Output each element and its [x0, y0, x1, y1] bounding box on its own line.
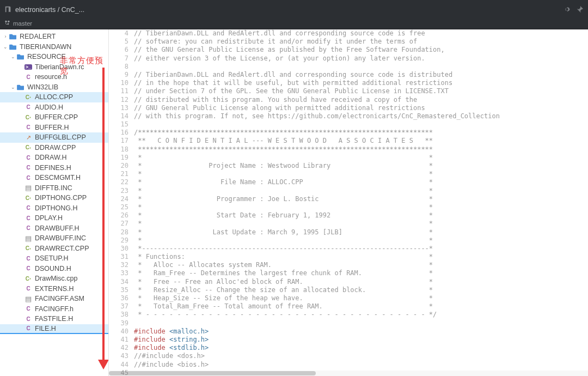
- tree-file[interactable]: ▤DRAWBUFF.INC: [0, 233, 108, 244]
- tree-file[interactable]: CDEFINES.H: [0, 163, 108, 173]
- tree-file[interactable]: CFACINGFF.h: [0, 304, 108, 314]
- tree-file[interactable]: ↗BUFFGLBL.CPP: [0, 132, 108, 143]
- tree-file[interactable]: C+BUFFER.CPP: [0, 112, 108, 123]
- code-line[interactable]: // GNU General Public License along with…: [134, 104, 583, 112]
- tree-file[interactable]: CDSETUP.H: [0, 253, 108, 264]
- tree-folder[interactable]: ›REDALERT: [0, 32, 108, 42]
- line-number: 7: [109, 54, 128, 63]
- line-number: 4: [109, 29, 128, 38]
- code-line[interactable]: * Total_Ram_Free -- Total amount of free…: [134, 302, 583, 311]
- tree-file[interactable]: C+DIPTHONG.CPP: [0, 193, 108, 203]
- code-line[interactable]: //#include <dos.h>: [134, 352, 583, 360]
- tree-file[interactable]: CFILE.H: [0, 324, 108, 335]
- tree-file[interactable]: ▤FACINGFF.ASM: [0, 294, 108, 304]
- code-line[interactable]: * Resize_Alloc -- Change the size of an …: [134, 286, 583, 294]
- tree-label: BUFFGLBL.CPP: [35, 134, 86, 141]
- code-line[interactable]: * *: [134, 220, 583, 228]
- tree-label: DrawMisc.cpp: [35, 275, 78, 282]
- code-editor[interactable]: 4567891011121314151617181920212223242526…: [109, 29, 588, 376]
- code-line[interactable]: ****************************************…: [134, 145, 583, 154]
- tree-file[interactable]: C+ALLOC.CPP: [0, 92, 108, 102]
- code-line[interactable]: * Heap_Size -- Size of the heap we have.…: [134, 294, 583, 302]
- code-line[interactable]: * *: [134, 154, 583, 162]
- code-line[interactable]: /***************************************…: [134, 129, 583, 137]
- tree-file[interactable]: CDIPTHONG.H: [0, 203, 108, 214]
- code-line[interactable]: * *: [134, 236, 583, 245]
- tree-label: TiberianDawn.rc: [35, 63, 84, 71]
- tree-label: DIPTHONG.H: [35, 204, 77, 212]
- line-number: 34: [109, 278, 128, 286]
- code-line[interactable]: [134, 63, 583, 71]
- code-line[interactable]: * Functions: *: [134, 253, 583, 261]
- code-line[interactable]: // either version 3 of the License, or (…: [134, 54, 583, 63]
- twist-icon[interactable]: ›: [2, 34, 9, 39]
- code-line[interactable]: // the GNU General Public License as pub…: [134, 46, 583, 54]
- code-line[interactable]: //#include <bios.h>: [134, 361, 583, 369]
- code-line[interactable]: // under Section 7 of the GPL. See the G…: [134, 87, 583, 95]
- code-line[interactable]: * Ram_Free -- Determines the largest fre…: [134, 269, 583, 277]
- tree-file[interactable]: C+DrawMisc.cpp: [0, 274, 108, 284]
- code-line[interactable]: * File Name : ALLOC.CPP *: [134, 178, 583, 186]
- code-line[interactable]: * *: [134, 203, 583, 211]
- code-line[interactable]: // distributed with this program. You sh…: [134, 96, 583, 104]
- tree-folder[interactable]: ⌄WIN32LIB: [0, 82, 108, 93]
- code-line[interactable]: * Alloc -- Allocates system RAM. *: [134, 261, 583, 269]
- code-line[interactable]: * *: [134, 170, 583, 178]
- code-line[interactable]: * Programmer : Joe L. Bostic *: [134, 195, 583, 203]
- code-line[interactable]: * Project Name : Westwood Library *: [134, 162, 583, 170]
- twist-icon[interactable]: ⌄: [2, 44, 9, 50]
- tree-file[interactable]: CDRAWBUFF.H: [0, 223, 108, 234]
- code-line[interactable]: // with this program. If not, see https:…: [134, 112, 583, 120]
- code-line[interactable]: // software: you can redistribute it and…: [134, 38, 583, 46]
- line-number: 29: [109, 236, 128, 245]
- twist-icon[interactable]: ⌄: [10, 54, 16, 59]
- tree-file[interactable]: CFASTFILE.H: [0, 314, 108, 324]
- branch-bar[interactable]: master: [0, 20, 588, 29]
- tree-file[interactable]: ▤DIFFTB.INC: [0, 183, 108, 193]
- tree-file[interactable]: C+DDRAW.CPP: [0, 143, 108, 153]
- code-line[interactable]: #include <malloc.h>: [134, 328, 583, 336]
- code-line[interactable]: // TiberianDawn.DLL and RedAlert.dll and…: [134, 71, 583, 79]
- twist-icon[interactable]: ⌄: [10, 84, 16, 90]
- code-line[interactable]: #include <string.h>: [134, 336, 583, 344]
- code-line[interactable]: * - - - - - - - - - - - - - - - - - - - …: [134, 311, 583, 319]
- tree-file[interactable]: C+DRAWRECT.CPP: [0, 244, 108, 254]
- c-header-icon: C: [24, 103, 33, 112]
- code-line[interactable]: * Free -- Free an Alloc'ed block of RAM.…: [134, 278, 583, 286]
- tree-file[interactable]: CEXTERNS.H: [0, 284, 108, 294]
- tree-label: EXTERNS.H: [35, 285, 74, 293]
- tree-file[interactable]: CBUFFER.H: [0, 123, 108, 133]
- tree-folder[interactable]: ⌄RESOURCE: [0, 52, 108, 62]
- tree-label: DESCMGMT.H: [35, 174, 81, 181]
- tree-file[interactable]: CDESCMGMT.H: [0, 173, 108, 183]
- code-line[interactable]: #include <stdlib.h>: [134, 344, 583, 352]
- folder-icon: [16, 83, 25, 92]
- code-line[interactable]: ** C O N F I D E N T I A L --- W E S T W…: [134, 137, 583, 145]
- tree-file[interactable]: CDPLAY.H: [0, 213, 108, 223]
- tree-file[interactable]: >_TiberianDawn.rc: [0, 62, 108, 72]
- horizontal-scrollbar[interactable]: [109, 371, 588, 376]
- code-line[interactable]: * *: [134, 187, 583, 195]
- code-line[interactable]: [134, 319, 583, 328]
- repo-path[interactable]: electronicarts / CnC_...: [15, 6, 84, 14]
- tree-file[interactable]: CDSOUND.H: [0, 264, 108, 274]
- code-line[interactable]: // TiberianDawn.DLL and RedAlert.dll and…: [134, 29, 583, 38]
- code-line[interactable]: [134, 120, 583, 129]
- code-line[interactable]: // in the hope that it will be useful, b…: [134, 79, 583, 87]
- code-line[interactable]: *---------------------------------------…: [134, 245, 583, 253]
- code-body[interactable]: // TiberianDawn.DLL and RedAlert.dll and…: [134, 29, 588, 376]
- tree-label: DDRAW.H: [35, 154, 67, 161]
- file-tree[interactable]: 非常方便预览 ›REDALERT⌄TIBERIANDAWN⌄RESOURCE>_…: [0, 29, 109, 376]
- scrollbar-thumb[interactable]: [109, 371, 316, 375]
- code-line[interactable]: * Start Date : February 1, 1992 *: [134, 211, 583, 220]
- tree-file[interactable]: CAUDIO.H: [0, 102, 108, 113]
- tree-folder[interactable]: ⌄TIBERIANDAWN: [0, 42, 108, 52]
- cpp-file-icon: C+: [24, 244, 33, 253]
- cpp-file-icon: C+: [24, 143, 33, 152]
- settings-gear-icon[interactable]: [563, 5, 571, 15]
- pin-icon[interactable]: [576, 5, 584, 15]
- tree-file[interactable]: CDDRAW.H: [0, 153, 108, 163]
- line-number: 8: [109, 63, 128, 71]
- tree-file[interactable]: Cresource.h: [0, 72, 108, 82]
- code-line[interactable]: * Last Update : March 9, 1995 [JLB] *: [134, 228, 583, 236]
